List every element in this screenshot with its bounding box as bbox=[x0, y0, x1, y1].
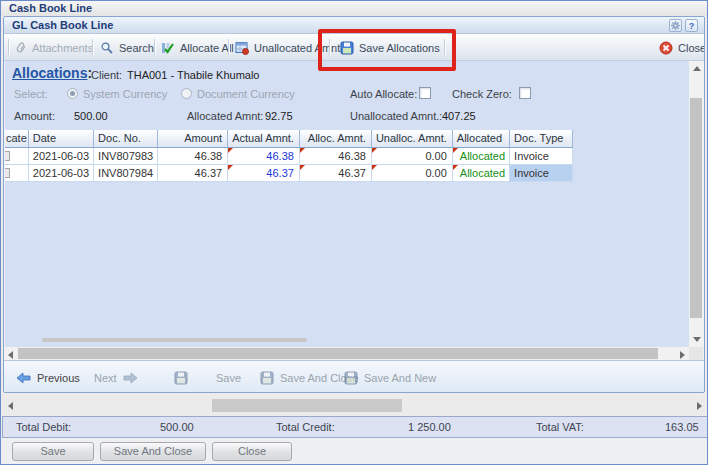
horizontal-scrollbar[interactable] bbox=[4, 347, 689, 360]
allocate-all-label: Allocate All bbox=[180, 42, 234, 54]
attachments-button[interactable]: Attachments bbox=[14, 39, 93, 56]
scroll-right-arrow-icon[interactable] bbox=[680, 351, 685, 359]
doc-type-cell-selected[interactable]: Invoice bbox=[510, 164, 573, 181]
save-nav-button[interactable]: Save bbox=[174, 369, 241, 386]
amount-cell[interactable]: 46.38 bbox=[158, 147, 228, 164]
doc-no-cell[interactable]: INV807983 bbox=[94, 147, 158, 164]
system-currency-label: System Currency bbox=[83, 88, 167, 100]
grid-horizontal-scrollbar[interactable] bbox=[42, 338, 307, 342]
scroll-down-arrow-icon[interactable] bbox=[693, 337, 701, 342]
actual-amnt-cell[interactable]: 46.38 bbox=[228, 147, 300, 164]
col-unalloc-amnt[interactable]: Unalloc. Amnt. bbox=[371, 130, 452, 147]
search-button[interactable]: Search bbox=[100, 39, 154, 56]
scroll-left-arrow-icon[interactable] bbox=[8, 351, 13, 359]
save-icon bbox=[340, 41, 354, 55]
allocated-cell[interactable]: Allocated bbox=[452, 164, 509, 181]
allocate-cell[interactable] bbox=[5, 147, 28, 164]
save-and-close-button[interactable]: Save And Close bbox=[100, 442, 206, 461]
table-row[interactable]: 2021-06-03 INV807984 46.37 46.37 46.37 0… bbox=[5, 164, 573, 181]
alloc-amnt-cell[interactable]: 46.38 bbox=[299, 147, 371, 164]
alloc-amnt-cell[interactable]: 46.37 bbox=[299, 164, 371, 181]
document-currency-label: Document Currency bbox=[197, 88, 295, 100]
unallocated-amnt-button[interactable]: Unallocated Amnt bbox=[235, 39, 340, 56]
total-debit-value: 500.00 bbox=[160, 421, 194, 433]
allocations-heading[interactable]: Allocations: bbox=[12, 65, 92, 81]
close-footer-button[interactable]: Close bbox=[212, 442, 292, 461]
save-and-new-nav-button[interactable]: Save And New bbox=[344, 369, 436, 386]
check-zero-checkbox[interactable] bbox=[519, 87, 531, 99]
total-credit-label: Total Credit: bbox=[276, 421, 335, 433]
scrollbar-corner bbox=[689, 347, 703, 360]
save-icon bbox=[344, 371, 358, 385]
unalloc-amnt-cell[interactable]: 0.00 bbox=[371, 147, 452, 164]
document-currency-radio[interactable] bbox=[181, 88, 192, 99]
allocations-pane: Allocations: Client: THA001 - Thabile Kh… bbox=[5, 61, 689, 347]
record-nav-toolbar: Previous Next Save Save And Close bbox=[4, 360, 704, 393]
col-date[interactable]: Date bbox=[28, 130, 93, 147]
col-doc-no[interactable]: Doc. No. bbox=[94, 130, 158, 147]
toolbar: Attachments Search Allocate All bbox=[4, 34, 704, 61]
allocate-cell[interactable] bbox=[5, 164, 28, 181]
allocations-link[interactable]: Allocations bbox=[12, 65, 87, 81]
scroll-up-arrow-icon[interactable] bbox=[693, 66, 701, 71]
gl-cash-book-line-window: GL Cash Book Line ? Attachments bbox=[3, 16, 705, 393]
arrow-right-icon bbox=[123, 372, 138, 384]
doc-type-cell[interactable]: Invoice bbox=[510, 147, 573, 164]
outer-horizontal-scrollbar[interactable] bbox=[2, 397, 708, 415]
amount-value: 500.00 bbox=[74, 110, 108, 122]
save-nav-label: Save bbox=[216, 372, 241, 384]
allocated-cell[interactable]: Allocated bbox=[452, 147, 509, 164]
help-button[interactable]: ? bbox=[685, 19, 698, 32]
col-allocate[interactable]: cate bbox=[5, 130, 28, 147]
col-allocated[interactable]: Allocated bbox=[452, 130, 509, 147]
allocate-all-button[interactable]: Allocate All bbox=[161, 39, 234, 56]
col-doc-type[interactable]: Doc. Type bbox=[510, 130, 573, 147]
toolbar-separator bbox=[154, 39, 156, 55]
save-button[interactable]: Save bbox=[12, 442, 94, 461]
next-label: Next bbox=[94, 372, 117, 384]
system-currency-radio[interactable] bbox=[67, 88, 78, 99]
total-credit-value: 1 250.00 bbox=[408, 421, 451, 433]
toolbar-separator bbox=[444, 39, 446, 55]
date-cell[interactable]: 2021-06-03 bbox=[28, 164, 93, 181]
toolbar-separator bbox=[228, 39, 230, 55]
unalloc-amnt-cell[interactable]: 0.00 bbox=[371, 164, 452, 181]
previous-button[interactable]: Previous bbox=[16, 369, 80, 386]
col-amount[interactable]: Amount bbox=[158, 130, 228, 147]
arrow-left-icon bbox=[16, 372, 31, 384]
toolbar-separator bbox=[329, 39, 331, 55]
totals-bar: Total Debit: 500.00 Total Credit: 1 250.… bbox=[2, 416, 708, 438]
panel-title: GL Cash Book Line bbox=[12, 19, 113, 31]
auto-allocate-checkbox[interactable] bbox=[419, 87, 431, 99]
attachments-label: Attachments bbox=[32, 42, 93, 54]
next-button[interactable]: Next bbox=[94, 369, 138, 386]
close-button[interactable]: Close bbox=[659, 39, 705, 56]
amount-cell[interactable]: 46.37 bbox=[158, 164, 228, 181]
save-allocations-label: Save Allocations bbox=[359, 42, 440, 54]
toolbar-separator bbox=[8, 39, 10, 55]
toolbar-separator bbox=[92, 39, 94, 55]
panel-header: GL Cash Book Line ? bbox=[4, 17, 704, 34]
table-row[interactable]: 2021-06-03 INV807983 46.38 46.38 46.38 0… bbox=[5, 147, 573, 164]
clipped-checkbox-icon bbox=[5, 151, 10, 161]
scroll-left-arrow-icon[interactable] bbox=[8, 402, 13, 410]
unallocated-amnt-label: Unallocated Amnt.: bbox=[350, 110, 442, 122]
actual-amnt-cell[interactable]: 46.37 bbox=[228, 164, 300, 181]
outer-horizontal-scrollbar-thumb[interactable] bbox=[212, 399, 402, 412]
scroll-right-arrow-icon[interactable] bbox=[697, 402, 702, 410]
save-allocations-button[interactable]: Save Allocations bbox=[340, 39, 440, 56]
save-icon bbox=[174, 371, 188, 385]
doc-no-cell[interactable]: INV807984 bbox=[94, 164, 158, 181]
col-actual-amnt[interactable]: Actual Amnt. bbox=[228, 130, 300, 147]
search-label: Search bbox=[119, 42, 154, 54]
vertical-scrollbar[interactable] bbox=[689, 61, 703, 347]
gear-button[interactable] bbox=[669, 19, 682, 32]
col-alloc-amnt[interactable]: Alloc. Amnt. bbox=[299, 130, 371, 147]
vertical-scrollbar-thumb[interactable] bbox=[690, 98, 702, 318]
unallocated-amnt-label: Unallocated Amnt bbox=[254, 42, 340, 54]
date-cell[interactable]: 2021-06-03 bbox=[28, 147, 93, 164]
select-label: Select: bbox=[14, 88, 48, 100]
unallocated-amnt-icon bbox=[235, 41, 249, 55]
horizontal-scrollbar-thumb[interactable] bbox=[18, 348, 658, 359]
total-vat-label: Total VAT: bbox=[536, 421, 584, 433]
